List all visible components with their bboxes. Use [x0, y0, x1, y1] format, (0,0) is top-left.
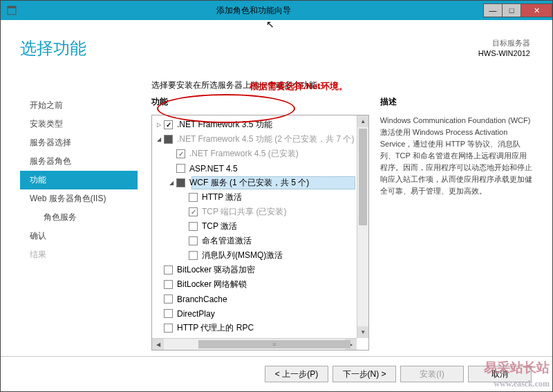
- nav-web-server-role[interactable]: Web 服务器角色(IIS): [20, 189, 138, 208]
- expander-spacer: [155, 310, 162, 317]
- checkbox[interactable]: [189, 193, 198, 202]
- tree-item[interactable]: 消息队列(MSMQ)激活: [152, 248, 357, 263]
- nav-role-services[interactable]: 角色服务: [20, 208, 138, 227]
- app-icon: [5, 3, 19, 17]
- checkbox[interactable]: [164, 120, 173, 129]
- target-server-name: HWS-WIN2012: [478, 48, 530, 59]
- tree-item-label: 命名管道激活: [202, 235, 252, 247]
- scroll-track-h[interactable]: [164, 339, 345, 350]
- tree-item-label: TCP 激活: [202, 221, 237, 232]
- nav-features[interactable]: 功能: [20, 171, 138, 189]
- nav-results: 结果: [20, 245, 138, 264]
- expander-icon[interactable]: ◢: [167, 179, 175, 187]
- maximize-button[interactable]: □: [502, 3, 521, 17]
- scroll-up-icon[interactable]: ▲: [357, 115, 369, 127]
- cancel-button[interactable]: 取消: [468, 366, 532, 382]
- expander-spacer: [180, 223, 187, 230]
- main-area: 功能 ▷.NET Framework 3.5 功能◢.NET Framework…: [151, 96, 533, 351]
- tree-item-label: DirectPlay: [177, 309, 215, 319]
- scroll-down-icon[interactable]: ▼: [357, 326, 369, 338]
- expander-spacer: [180, 194, 187, 201]
- expander-spacer: [167, 165, 175, 172]
- tree-item[interactable]: TCP 端口共享 (已安装): [152, 205, 357, 219]
- description-header: 描述: [380, 96, 533, 108]
- nav-server-selection[interactable]: 服务器选择: [20, 133, 138, 152]
- scrollbar-horizontal[interactable]: ◀ ▶: [152, 338, 357, 350]
- prev-button[interactable]: < 上一步(P): [265, 366, 328, 382]
- wizard-sidebar: 开始之前 安装类型 服务器选择 服务器角色 功能 Web 服务器角色(IIS) …: [20, 96, 138, 264]
- features-tree[interactable]: ▷.NET Framework 3.5 功能◢.NET Framework 4.…: [152, 115, 357, 338]
- target-server-label: 目标服务器: [478, 38, 530, 48]
- checkbox[interactable]: [176, 164, 185, 173]
- checkbox[interactable]: [164, 295, 173, 304]
- tree-item-label: ASP.NET 4.5: [189, 164, 238, 174]
- tree-item[interactable]: HTTP 代理上的 RPC: [152, 321, 357, 335]
- nav-before-you-begin[interactable]: 开始之前: [20, 96, 138, 115]
- checkbox[interactable]: [164, 280, 173, 289]
- tree-item-label: HTTP 激活: [202, 192, 242, 203]
- wizard-body: 选择功能 目标服务器 HWS-WIN2012 选择要安装在所选服务器上的一个或多…: [1, 20, 552, 357]
- expander-spacer: [155, 281, 162, 288]
- checkbox[interactable]: [164, 324, 173, 333]
- expander-icon[interactable]: ▷: [155, 121, 162, 129]
- features-tree-container: ▷.NET Framework 3.5 功能◢.NET Framework 4.…: [151, 115, 369, 351]
- close-button[interactable]: ✕: [521, 3, 552, 17]
- target-server-block: 目标服务器 HWS-WIN2012: [478, 38, 530, 59]
- tree-item[interactable]: DirectPlay: [152, 306, 357, 321]
- nav-installation-type[interactable]: 安装类型: [20, 115, 138, 133]
- description-text: Windows Communication Foundation (WCF) 激…: [380, 115, 533, 197]
- nav-confirmation[interactable]: 确认: [20, 227, 138, 245]
- install-button: 安装(I): [400, 366, 464, 382]
- checkbox[interactable]: [189, 222, 198, 231]
- expander-spacer: [180, 237, 187, 245]
- tree-item[interactable]: ▷.NET Framework 3.5 功能: [152, 118, 357, 132]
- scroll-track-v[interactable]: [357, 127, 368, 326]
- expander-spacer: [155, 295, 162, 303]
- scrollbar-vertical[interactable]: ▲ ▼: [357, 115, 368, 338]
- next-button[interactable]: 下一步(N) >: [332, 366, 396, 382]
- tree-item-label: .NET Framework 4.5 (已安装): [189, 148, 299, 160]
- checkbox[interactable]: [164, 135, 173, 144]
- features-column: 功能 ▷.NET Framework 3.5 功能◢.NET Framework…: [151, 96, 369, 351]
- minimize-button[interactable]: —: [483, 3, 503, 17]
- tree-item-label: BitLocker 网络解锁: [177, 279, 247, 290]
- tree-item-label: HTTP 代理上的 RPC: [177, 322, 254, 334]
- tree-item-label: BitLocker 驱动器加密: [177, 264, 255, 276]
- tree-item[interactable]: BranchCache: [152, 292, 357, 306]
- expander-spacer: [180, 252, 187, 259]
- titlebar: 添加角色和功能向导 — □ ✕: [1, 1, 552, 20]
- tree-item[interactable]: HTTP 激活: [152, 190, 357, 205]
- tree-item-label: WCF 服务 (1 个已安装，共 5 个): [189, 177, 309, 189]
- nav-server-roles[interactable]: 服务器角色: [20, 152, 138, 171]
- checkbox[interactable]: [189, 236, 198, 245]
- expander-spacer: [180, 208, 187, 216]
- tree-item-label: BranchCache: [177, 295, 227, 304]
- instruction-text: 选择要安装在所选服务器上的一个或多个功能。: [151, 80, 326, 91]
- features-header: 功能: [151, 96, 369, 108]
- tree-item-label: .NET Framework 3.5 功能: [177, 119, 272, 131]
- tree-item-label: .NET Framework 4.5 功能 (2 个已安装，共 7 个): [177, 133, 354, 145]
- checkbox[interactable]: [189, 207, 198, 216]
- scroll-thumb-v[interactable]: [359, 129, 367, 225]
- checkbox[interactable]: [189, 251, 198, 260]
- tree-item[interactable]: BitLocker 网络解锁: [152, 277, 357, 292]
- tree-item[interactable]: ◢.NET Framework 4.5 功能 (2 个已安装，共 7 个): [152, 132, 357, 147]
- window-title: 添加角色和功能向导: [23, 5, 484, 17]
- checkbox[interactable]: [176, 178, 185, 187]
- tree-item[interactable]: 命名管道激活: [152, 234, 357, 248]
- expander-spacer: [155, 266, 162, 274]
- tree-item[interactable]: BitLocker 驱动器加密: [152, 263, 357, 277]
- checkbox[interactable]: [164, 309, 173, 318]
- tree-item[interactable]: ◢WCF 服务 (1 个已安装，共 5 个): [152, 176, 357, 190]
- tree-item[interactable]: .NET Framework 4.5 (已安装): [152, 147, 357, 161]
- scroll-thumb-h[interactable]: [198, 340, 350, 348]
- checkbox[interactable]: [176, 149, 185, 158]
- checkbox[interactable]: [164, 265, 173, 274]
- tree-item-label: 消息队列(MSMQ)激活: [202, 250, 283, 261]
- expander-icon[interactable]: ◢: [155, 136, 162, 143]
- expander-spacer: [155, 324, 162, 332]
- tree-item[interactable]: ASP.NET 4.5: [152, 161, 357, 176]
- svg-rect-1: [8, 6, 16, 8]
- scroll-left-icon[interactable]: ◀: [152, 339, 164, 351]
- tree-item[interactable]: TCP 激活: [152, 219, 357, 234]
